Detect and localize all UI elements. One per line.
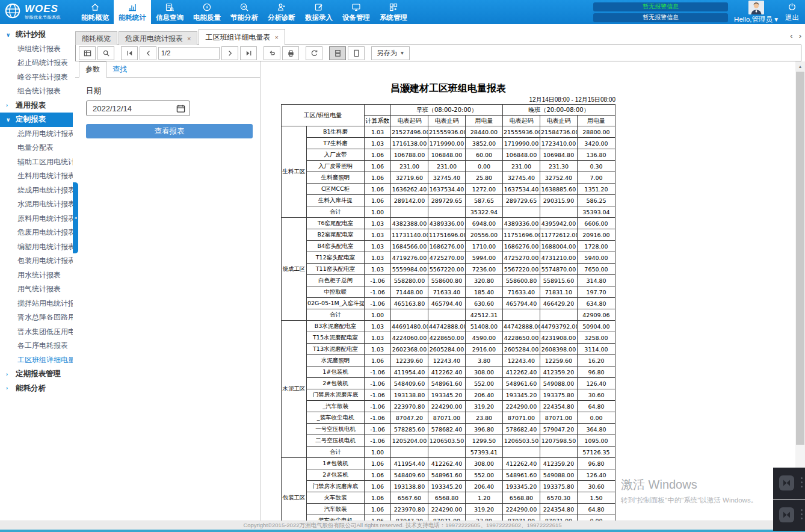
sidebar-item[interactable]: 用水统计报表	[0, 268, 73, 283]
chart-icon	[128, 2, 137, 13]
date-input[interactable]	[91, 104, 166, 114]
calendar-icon[interactable]	[176, 104, 185, 113]
view-report-button[interactable]: 查看报表	[86, 124, 253, 138]
sidebar-item[interactable]: 原料用电统计报表	[0, 212, 73, 226]
nav-item-info-query[interactable]: 信息查询	[151, 0, 188, 24]
tab-find[interactable]: 查找	[106, 62, 133, 77]
nav-item-label: 设备管理	[342, 13, 370, 22]
sidebar-item[interactable]: 各工序电耗报表	[0, 339, 73, 353]
sidebar-item[interactable]: 班组统计报表	[0, 42, 73, 57]
nav-item-analysis-diagnosis[interactable]: 分析诊断	[263, 0, 300, 24]
scrollbar-thumb[interactable]	[796, 72, 804, 445]
table-row: 门禁房水泥磨库底1.06193138.80193345.20206.401933…	[282, 481, 615, 492]
table-row: 汽车散装1.06223970.80224290.00319.20224290.0…	[282, 504, 615, 515]
sidebar-collapse-handle[interactable]: ◂	[73, 182, 78, 253]
nav-item-energy-overview[interactable]: 能耗概览	[76, 0, 114, 24]
first-page-button[interactable]	[121, 46, 138, 60]
sidebar-item[interactable]: 组合统计报表	[0, 84, 73, 99]
toggle-panel-button[interactable]	[79, 46, 96, 60]
nav-item-device-mgmt[interactable]: 设备管理	[338, 0, 375, 24]
sidebar-item[interactable]: 编塑用电统计报表	[0, 240, 73, 255]
sidebar-section-stats-report[interactable]: ∨统计抄报	[0, 28, 73, 42]
table-row: 合计1.0057393.4157126.35	[282, 447, 615, 458]
close-icon[interactable]: ×	[274, 34, 278, 41]
tab-active[interactable]: 工区班组详细电量表×	[199, 29, 285, 45]
sidebar-section-energy-analysis[interactable]: ›能耗分析	[0, 382, 73, 396]
params-panel: 参数 查找 日期 查看报表	[75, 61, 261, 521]
sidebar-item[interactable]: 峰谷平统计报表	[0, 70, 73, 85]
sidebar-item[interactable]: 水泥用电统计报表	[0, 197, 73, 212]
page-input[interactable]	[158, 47, 220, 60]
logout-button[interactable]: 退出	[785, 2, 799, 22]
diagnosis-icon	[277, 2, 286, 13]
back-button[interactable]	[264, 46, 280, 60]
sidebar-item[interactable]: 辅助工区用电统计表	[0, 155, 73, 170]
sidebar-item[interactable]: 工区班组详细电量表	[0, 353, 73, 368]
search-button[interactable]	[97, 46, 114, 60]
nav-item-power-quality[interactable]: 电能质量	[188, 0, 226, 24]
date-label: 日期	[86, 86, 260, 96]
alert-banners: 暂无报警信息 暂无报警信息	[593, 2, 728, 22]
sidebar-item[interactable]: 总降用电统计报表	[0, 127, 73, 141]
tab-inactive[interactable]: 危废用电统计报表×	[119, 31, 197, 45]
scroll-up-icon[interactable]: ▲	[795, 61, 805, 71]
sidebar-item[interactable]: 起止码统计报表	[0, 56, 73, 70]
sidebar-item[interactable]: 生料用电统计报表	[0, 169, 73, 184]
table-row: 中控取暖-1.0671448.0071633.40185.4071633.407…	[282, 286, 615, 298]
table-row: 生料工区B1生料磨1.0321527496.0021555936.0028440…	[282, 126, 615, 138]
nav-item-data-entry[interactable]: 数据录入	[300, 0, 338, 24]
nav-item-system-mgmt[interactable]: 系统管理	[375, 0, 412, 24]
nav-item-energy-stats[interactable]: 能耗统计	[114, 0, 151, 24]
sidebar-item[interactable]: 晋水总降各回路用电量统	[0, 311, 73, 325]
sidebar-item[interactable]: 电量分配表	[0, 141, 73, 155]
report-scrollbar[interactable]: ▲	[795, 61, 805, 521]
nav-item-energy-saving-analysis[interactable]: 节能分析	[226, 0, 263, 24]
sidebar-item[interactable]: 晋水集团低压用电统计报	[0, 325, 73, 339]
tab-scroll-left-icon[interactable]: ‹	[790, 31, 792, 40]
save-as-button[interactable]: 另存为▼	[371, 46, 410, 60]
data-entry-icon	[314, 2, 324, 13]
single-page-view-button[interactable]	[348, 46, 365, 60]
sidebar-section-label: 统计抄报	[16, 29, 46, 40]
tab-params[interactable]: 参数	[79, 61, 106, 78]
prev-page-button[interactable]	[140, 46, 156, 60]
multi-page-view-button[interactable]	[329, 46, 346, 60]
sidebar-item[interactable]: 用气统计报表	[0, 282, 73, 297]
sidebar-item[interactable]: 烧成用电统计报表	[0, 184, 73, 198]
table-row: 入厂皮带1.06106788.00106848.0060.00106848.00…	[282, 149, 615, 161]
drag-dots-icon	[801, 477, 803, 487]
refresh-button[interactable]	[306, 46, 322, 60]
alert-banner-2[interactable]: 暂无报警信息	[593, 13, 728, 22]
table-row: T12窑头配电室1.034719276.004725270.005994.004…	[282, 252, 615, 264]
last-page-button[interactable]	[240, 46, 257, 60]
table-row: 2#包装机1.06548409.60548961.60552.00548961.…	[282, 469, 615, 481]
nav-item-label: 系统管理	[380, 13, 407, 22]
refresh-icon	[310, 49, 318, 57]
nav-item-label: 信息查询	[156, 13, 184, 22]
print-button[interactable]	[282, 46, 299, 60]
tab-scroll-right-icon[interactable]: ›	[799, 31, 801, 40]
screen-capture-widget-2[interactable]	[773, 500, 805, 531]
sidebar-item[interactable]: 危废用电统计报表	[0, 226, 73, 240]
screen-capture-widget-1[interactable]	[773, 468, 805, 499]
alert-banner-1[interactable]: 暂无报警信息	[593, 2, 728, 11]
sidebar-section-periodic-report-mgmt[interactable]: ›定期报表管理	[0, 367, 73, 382]
chevron-right-icon: ›	[6, 371, 12, 377]
sidebar-section-custom-report[interactable]: ∨定制报表	[0, 113, 73, 127]
table-row: 包装工区1#包装机1.06411954.40412262.40308.00412…	[282, 458, 615, 469]
header-corner: 工区/班组电量	[282, 105, 365, 126]
report-viewport: 昌灏建材工区班组电量报表 12月14日08:00 - 12月15日08:00 工…	[261, 61, 795, 521]
sidebar-item[interactable]: 搅拌站用电统计报表	[0, 297, 73, 311]
date-field[interactable]	[86, 101, 190, 116]
group-label: 烧成工区	[282, 218, 307, 321]
sidebar-section-general-report[interactable]: ›通用报表	[0, 99, 73, 113]
user-menu[interactable]: Hello,管理员 ▾	[734, 15, 778, 24]
table-row: C区MCC柜1.061636262.401637534.401272.00163…	[282, 184, 615, 195]
table-row: 白色柜子总闸-1.06558280.00558600.80320.8055860…	[282, 275, 615, 286]
close-icon[interactable]: ×	[187, 35, 191, 42]
last-page-icon	[245, 49, 253, 57]
table-row: 水泥磨照明1.0612239.6012243.403.8012243.40122…	[282, 355, 615, 367]
tab-inactive[interactable]: 能耗概览	[75, 31, 117, 45]
sidebar-item[interactable]: 包装用电统计报表	[0, 254, 73, 268]
next-page-button[interactable]	[221, 46, 238, 60]
